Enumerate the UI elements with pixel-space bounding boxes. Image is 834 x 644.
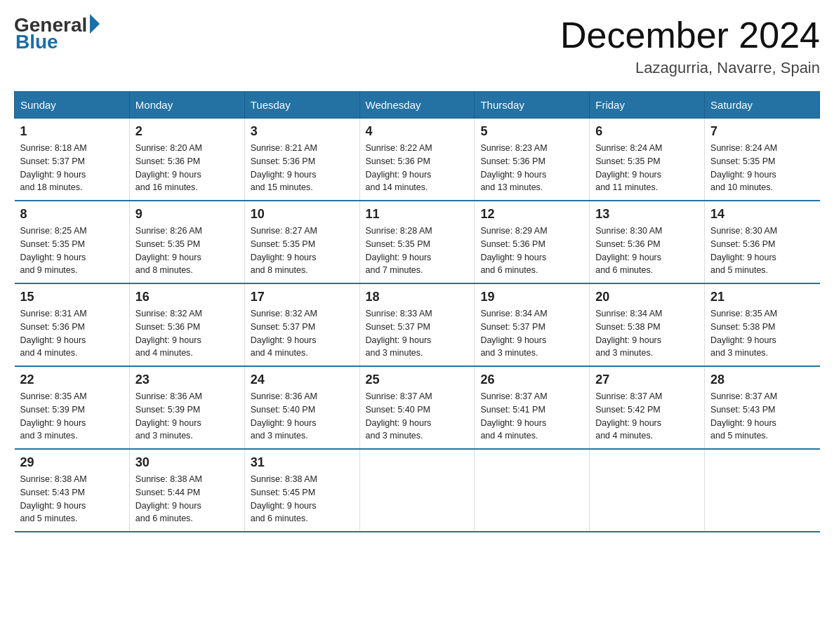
day-number: 11: [366, 207, 469, 222]
table-row: 6 Sunrise: 8:24 AM Sunset: 5:35 PM Dayli…: [590, 119, 705, 201]
calendar-table: Sunday Monday Tuesday Wednesday Thursday…: [14, 91, 820, 532]
table-row: 8 Sunrise: 8:25 AM Sunset: 5:35 PM Dayli…: [15, 201, 130, 283]
day-info: Sunrise: 8:24 AM Sunset: 5:35 PM Dayligh…: [595, 142, 699, 194]
day-number: 25: [366, 373, 469, 387]
day-number: 30: [135, 455, 239, 470]
day-number: 8: [20, 207, 124, 222]
table-row: [705, 449, 820, 532]
day-info: Sunrise: 8:33 AM Sunset: 5:37 PM Dayligh…: [366, 307, 469, 360]
day-info: Sunrise: 8:36 AM Sunset: 5:39 PM Dayligh…: [135, 390, 239, 443]
calendar-week-row: 15 Sunrise: 8:31 AM Sunset: 5:36 PM Dayl…: [15, 283, 820, 366]
table-row: 25 Sunrise: 8:37 AM Sunset: 5:40 PM Dayl…: [359, 366, 475, 449]
day-number: 24: [251, 373, 354, 387]
table-row: 12 Sunrise: 8:29 AM Sunset: 5:36 PM Dayl…: [475, 201, 590, 283]
day-number: 29: [20, 455, 124, 470]
table-row: 4 Sunrise: 8:22 AM Sunset: 5:36 PM Dayli…: [359, 119, 475, 201]
location-subtitle: Lazagurria, Navarre, Spain: [560, 59, 820, 77]
table-row: 15 Sunrise: 8:31 AM Sunset: 5:36 PM Dayl…: [15, 283, 130, 366]
day-number: 4: [366, 124, 469, 139]
day-info: Sunrise: 8:20 AM Sunset: 5:36 PM Dayligh…: [135, 142, 239, 194]
table-row: 24 Sunrise: 8:36 AM Sunset: 5:40 PM Dayl…: [244, 366, 359, 449]
day-info: Sunrise: 8:38 AM Sunset: 5:45 PM Dayligh…: [251, 473, 354, 525]
day-info: Sunrise: 8:25 AM Sunset: 5:35 PM Dayligh…: [20, 224, 124, 277]
table-row: 9 Sunrise: 8:26 AM Sunset: 5:35 PM Dayli…: [129, 201, 244, 283]
day-info: Sunrise: 8:37 AM Sunset: 5:43 PM Dayligh…: [710, 390, 814, 443]
table-row: 14 Sunrise: 8:30 AM Sunset: 5:36 PM Dayl…: [705, 201, 820, 283]
day-info: Sunrise: 8:34 AM Sunset: 5:38 PM Dayligh…: [595, 307, 699, 360]
logo-arrow-icon: [90, 14, 100, 34]
day-number: 12: [480, 207, 583, 222]
logo: General Blue: [14, 14, 100, 53]
day-number: 22: [20, 373, 124, 387]
table-row: 28 Sunrise: 8:37 AM Sunset: 5:43 PM Dayl…: [705, 366, 820, 449]
col-wednesday: Wednesday: [359, 92, 475, 119]
day-number: 2: [135, 124, 239, 139]
logo-blue-text: Blue: [14, 31, 58, 53]
title-section: December 2024 Lazagurria, Navarre, Spain: [560, 14, 820, 77]
table-row: [359, 449, 475, 532]
day-info: Sunrise: 8:35 AM Sunset: 5:38 PM Dayligh…: [710, 307, 814, 360]
day-number: 17: [251, 290, 354, 304]
day-number: 23: [135, 373, 239, 387]
calendar-week-row: 8 Sunrise: 8:25 AM Sunset: 5:35 PM Dayli…: [15, 201, 820, 283]
day-info: Sunrise: 8:32 AM Sunset: 5:37 PM Dayligh…: [251, 307, 354, 360]
day-info: Sunrise: 8:34 AM Sunset: 5:37 PM Dayligh…: [480, 307, 583, 360]
table-row: 22 Sunrise: 8:35 AM Sunset: 5:39 PM Dayl…: [15, 366, 130, 449]
day-info: Sunrise: 8:37 AM Sunset: 5:42 PM Dayligh…: [595, 390, 699, 443]
day-info: Sunrise: 8:21 AM Sunset: 5:36 PM Dayligh…: [251, 142, 354, 194]
day-number: 13: [595, 207, 699, 222]
calendar-week-row: 29 Sunrise: 8:38 AM Sunset: 5:43 PM Dayl…: [15, 449, 820, 532]
day-number: 6: [595, 124, 699, 139]
day-info: Sunrise: 8:37 AM Sunset: 5:40 PM Dayligh…: [366, 390, 469, 443]
day-number: 31: [251, 455, 354, 470]
day-number: 28: [710, 373, 814, 387]
day-number: 16: [135, 290, 239, 304]
table-row: 20 Sunrise: 8:34 AM Sunset: 5:38 PM Dayl…: [590, 283, 705, 366]
day-number: 20: [595, 290, 699, 304]
day-info: Sunrise: 8:24 AM Sunset: 5:35 PM Dayligh…: [710, 142, 814, 194]
day-number: 3: [251, 124, 354, 139]
table-row: 17 Sunrise: 8:32 AM Sunset: 5:37 PM Dayl…: [244, 283, 359, 366]
day-info: Sunrise: 8:36 AM Sunset: 5:40 PM Dayligh…: [251, 390, 354, 443]
table-row: [590, 449, 705, 532]
day-info: Sunrise: 8:22 AM Sunset: 5:36 PM Dayligh…: [366, 142, 469, 194]
day-number: 19: [480, 290, 583, 304]
day-number: 18: [366, 290, 469, 304]
table-row: 16 Sunrise: 8:32 AM Sunset: 5:36 PM Dayl…: [129, 283, 244, 366]
table-row: 2 Sunrise: 8:20 AM Sunset: 5:36 PM Dayli…: [129, 119, 244, 201]
day-number: 27: [595, 373, 699, 387]
day-info: Sunrise: 8:26 AM Sunset: 5:35 PM Dayligh…: [135, 224, 239, 277]
table-row: 19 Sunrise: 8:34 AM Sunset: 5:37 PM Dayl…: [475, 283, 590, 366]
day-number: 5: [480, 124, 583, 139]
day-info: Sunrise: 8:23 AM Sunset: 5:36 PM Dayligh…: [480, 142, 583, 194]
day-number: 7: [710, 124, 814, 139]
table-row: 3 Sunrise: 8:21 AM Sunset: 5:36 PM Dayli…: [244, 119, 359, 201]
calendar-week-row: 22 Sunrise: 8:35 AM Sunset: 5:39 PM Dayl…: [15, 366, 820, 449]
page-header: General Blue December 2024 Lazagurria, N…: [14, 14, 820, 77]
day-number: 15: [20, 290, 124, 304]
col-friday: Friday: [590, 92, 705, 119]
day-info: Sunrise: 8:30 AM Sunset: 5:36 PM Dayligh…: [595, 224, 699, 277]
table-row: 7 Sunrise: 8:24 AM Sunset: 5:35 PM Dayli…: [705, 119, 820, 201]
day-number: 9: [135, 207, 239, 222]
table-row: 18 Sunrise: 8:33 AM Sunset: 5:37 PM Dayl…: [359, 283, 475, 366]
table-row: 30 Sunrise: 8:38 AM Sunset: 5:44 PM Dayl…: [129, 449, 244, 532]
day-info: Sunrise: 8:38 AM Sunset: 5:43 PM Dayligh…: [20, 473, 124, 525]
table-row: 29 Sunrise: 8:38 AM Sunset: 5:43 PM Dayl…: [15, 449, 130, 532]
table-row: 1 Sunrise: 8:18 AM Sunset: 5:37 PM Dayli…: [15, 119, 130, 201]
day-info: Sunrise: 8:18 AM Sunset: 5:37 PM Dayligh…: [20, 142, 124, 194]
day-info: Sunrise: 8:38 AM Sunset: 5:44 PM Dayligh…: [135, 473, 239, 525]
table-row: [475, 449, 590, 532]
table-row: 5 Sunrise: 8:23 AM Sunset: 5:36 PM Dayli…: [475, 119, 590, 201]
table-row: 10 Sunrise: 8:27 AM Sunset: 5:35 PM Dayl…: [244, 201, 359, 283]
day-info: Sunrise: 8:35 AM Sunset: 5:39 PM Dayligh…: [20, 390, 124, 443]
table-row: 26 Sunrise: 8:37 AM Sunset: 5:41 PM Dayl…: [475, 366, 590, 449]
day-number: 1: [20, 124, 124, 139]
day-number: 14: [710, 207, 814, 222]
day-number: 10: [251, 207, 354, 222]
day-info: Sunrise: 8:32 AM Sunset: 5:36 PM Dayligh…: [135, 307, 239, 360]
day-info: Sunrise: 8:37 AM Sunset: 5:41 PM Dayligh…: [480, 390, 583, 443]
table-row: 23 Sunrise: 8:36 AM Sunset: 5:39 PM Dayl…: [129, 366, 244, 449]
table-row: 13 Sunrise: 8:30 AM Sunset: 5:36 PM Dayl…: [590, 201, 705, 283]
day-number: 26: [480, 373, 583, 387]
